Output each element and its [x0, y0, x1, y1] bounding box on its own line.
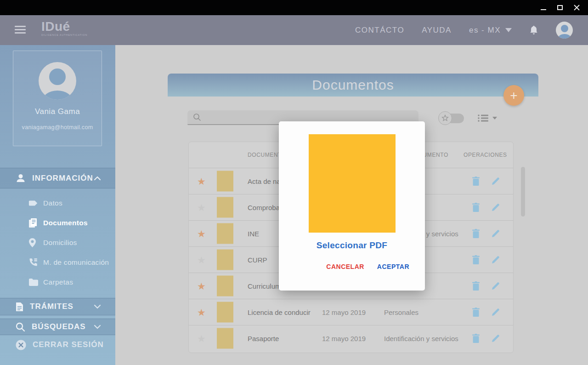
pdf-preview-placeholder[interactable]: [309, 134, 396, 233]
list-icon: [478, 114, 489, 122]
document-date: 12 mayo 2019: [322, 335, 366, 342]
document-name: Licencia de conducir: [248, 308, 311, 316]
minimize-icon[interactable]: [540, 5, 547, 11]
delete-button[interactable]: [472, 177, 480, 186]
sidebar-section-tramites[interactable]: TRÁMITES: [0, 298, 115, 315]
sidebar-section-busquedas[interactable]: BÚSQUEDAS: [0, 319, 115, 335]
document-thumbnail[interactable]: [217, 302, 233, 323]
close-icon[interactable]: [573, 5, 580, 11]
sidebar-item-label: Domicilios: [43, 239, 77, 247]
language-value: es - MX: [469, 26, 501, 35]
chevron-down-icon: [94, 325, 101, 329]
profile-card: Vania Gama vaniagamag@hotmail.com: [13, 51, 102, 146]
accept-button[interactable]: ACEPTAR: [377, 263, 409, 270]
star-icon: [438, 111, 452, 125]
delete-button[interactable]: [472, 203, 480, 212]
delete-button[interactable]: [472, 281, 480, 291]
delete-button[interactable]: [472, 308, 480, 317]
profile-name: Vania Gama: [13, 107, 102, 116]
sidebar-item-label: Documentos: [43, 219, 88, 227]
pin-icon: [28, 238, 39, 248]
pencil-icon: [491, 255, 500, 264]
document-thumbnail[interactable]: [217, 276, 233, 297]
maximize-icon[interactable]: [557, 5, 563, 11]
trash-icon: [472, 229, 480, 239]
scrollbar-thumb[interactable]: [521, 167, 525, 217]
app-logo: IDué DILIGENCE AUTHENTICATION: [41, 20, 87, 36]
profile-email: vaniagamag@hotmail.com: [13, 124, 102, 131]
delete-button[interactable]: [472, 334, 480, 343]
favorite-star-icon[interactable]: ★: [197, 308, 206, 317]
favorite-star-icon[interactable]: ★: [197, 229, 206, 239]
card-icon: [28, 200, 39, 206]
sidebar-section-informacion[interactable]: INFORMACIÓN: [0, 168, 115, 188]
close-circle-icon: [16, 340, 26, 350]
app-header: IDué DILIGENCE AUTHENTICATION CONTÁCTO A…: [0, 15, 588, 45]
sidebar-section-label: INFORMACIÓN: [32, 174, 93, 183]
nav-contact[interactable]: CONTÁCTO: [355, 26, 404, 35]
sidebar-item-carpetas[interactable]: Carpetas: [0, 272, 115, 292]
user-avatar[interactable]: [556, 22, 573, 39]
table-row[interactable]: ★ Pasaporte 12 mayo 2019 Identificación …: [189, 325, 513, 351]
panel-header: Documentos: [168, 74, 538, 97]
document-type: Personales: [384, 308, 418, 316]
favorites-filter-toggle[interactable]: [438, 111, 464, 125]
edit-button[interactable]: [491, 177, 500, 186]
edit-button[interactable]: [491, 308, 500, 317]
delete-button[interactable]: [472, 255, 480, 265]
select-pdf-link[interactable]: Seleccionar PDF: [279, 240, 425, 251]
logo-subtitle: DILIGENCE AUTHENTICATION: [41, 34, 87, 36]
search-icon: [193, 113, 201, 121]
add-document-button[interactable]: +: [503, 85, 524, 106]
document-thumbnail[interactable]: [217, 223, 233, 244]
folder-icon: [28, 278, 39, 286]
sidebar-item-comunicacion[interactable]: M. de comunicación: [0, 252, 115, 272]
documents-icon: [28, 218, 39, 228]
search-icon: [16, 322, 25, 332]
edit-button[interactable]: [491, 203, 500, 212]
sidebar-item-label: Datos: [43, 199, 62, 207]
edit-button[interactable]: [491, 281, 500, 291]
document-thumbnail[interactable]: [217, 197, 233, 218]
cancel-button[interactable]: CANCELAR: [326, 263, 364, 270]
page-title: Documentos: [312, 77, 394, 93]
select-pdf-dialog: Seleccionar PDF CANCELAR ACEPTAR: [279, 121, 425, 291]
document-name: CURP: [248, 256, 267, 264]
document-name: Curriculum: [248, 282, 281, 290]
edit-button[interactable]: [491, 334, 500, 343]
table-row[interactable]: ★ Licencia de conducir 12 mayo 2019 Pers…: [189, 299, 513, 325]
chevron-down-icon: [505, 28, 512, 32]
menu-icon[interactable]: [15, 26, 26, 35]
delete-button[interactable]: [472, 229, 480, 239]
edit-button[interactable]: [491, 255, 500, 264]
favorite-star-icon[interactable]: ★: [197, 203, 206, 212]
pencil-icon: [491, 281, 500, 291]
document-type: Identificación y servicios: [384, 335, 458, 342]
favorite-star-icon[interactable]: ★: [197, 334, 206, 343]
favorite-star-icon[interactable]: ★: [197, 177, 206, 186]
document-thumbnail[interactable]: [217, 328, 233, 349]
trash-icon: [472, 334, 480, 343]
chevron-down-icon: [94, 304, 101, 309]
edit-button[interactable]: [491, 229, 500, 238]
pencil-icon: [491, 177, 500, 186]
logout-button[interactable]: CERRAR SESIÓN: [0, 338, 115, 352]
document-thumbnail[interactable]: [217, 171, 233, 192]
favorite-star-icon[interactable]: ★: [197, 255, 206, 265]
document-thumbnail[interactable]: [217, 250, 233, 270]
language-selector[interactable]: es - MX: [469, 26, 512, 35]
profile-avatar: [39, 62, 76, 100]
window-titlebar: [0, 0, 588, 15]
pencil-icon: [491, 308, 500, 317]
sidebar-item-documentos[interactable]: Documentos: [0, 213, 115, 233]
pencil-icon: [491, 229, 500, 238]
logout-label: CERRAR SESIÓN: [33, 340, 104, 349]
notifications-bell-icon[interactable]: [529, 25, 538, 35]
sidebar-item-domicilios[interactable]: Domicilios: [0, 233, 115, 252]
favorite-star-icon[interactable]: ★: [197, 281, 206, 291]
sidebar-item-datos[interactable]: Datos: [0, 193, 115, 213]
pencil-icon: [491, 203, 500, 212]
nav-help[interactable]: AYUDA: [422, 26, 452, 35]
view-mode-selector[interactable]: [478, 114, 497, 122]
sidebar-item-label: M. de comunicación: [43, 258, 109, 267]
